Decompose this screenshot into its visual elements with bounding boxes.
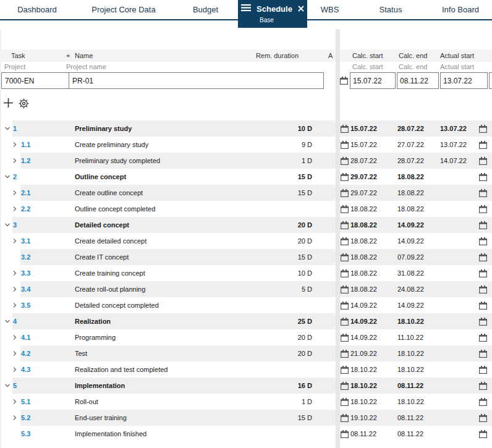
task-number[interactable]: 1.1	[21, 137, 30, 153]
calendar-icon[interactable]	[479, 382, 487, 390]
calendar-icon[interactable]	[479, 237, 487, 245]
calendar-icon[interactable]	[479, 334, 487, 342]
calendar-icon[interactable]	[479, 302, 487, 310]
task-name[interactable]: Roll-out	[75, 394, 98, 410]
close-icon[interactable]	[298, 4, 304, 14]
tab-schedule[interactable]: ScheduleBase	[238, 0, 307, 28]
settings-gear-icon[interactable]	[18, 98, 30, 110]
calendar-icon[interactable]	[341, 302, 349, 310]
task-name[interactable]: Create IT concept	[75, 249, 129, 265]
expand-icon[interactable]	[12, 334, 18, 340]
calendar-icon[interactable]	[341, 398, 349, 406]
calendar-icon[interactable]	[479, 205, 487, 213]
expand-icon[interactable]	[12, 415, 18, 421]
task-name[interactable]: Create training concept	[75, 265, 145, 281]
expand-icon[interactable]	[12, 302, 18, 308]
task-number[interactable]: 3.1	[21, 233, 30, 249]
project-name-input[interactable]	[69, 73, 323, 88]
task-number[interactable]: 1.2	[21, 153, 30, 169]
calendar-icon[interactable]	[479, 253, 487, 261]
calendar-icon[interactable]	[341, 366, 349, 374]
column-header-name[interactable]: Name	[75, 49, 93, 62]
menu-icon[interactable]	[241, 4, 251, 14]
calendar-icon[interactable]	[341, 237, 349, 245]
task-number[interactable]: 5.2	[21, 410, 30, 426]
column-header-rem-duration[interactable]: Rem. duration	[256, 49, 299, 62]
collapse-icon[interactable]	[4, 382, 11, 389]
expand-icon[interactable]	[12, 238, 18, 244]
task-number[interactable]: 3.2	[21, 249, 30, 265]
task-name[interactable]: Realization	[75, 313, 111, 329]
column-header-calc-end[interactable]: Calc. end	[399, 49, 427, 62]
calendar-icon[interactable]	[479, 285, 487, 294]
calendar-icon[interactable]	[341, 205, 349, 213]
task-name[interactable]: Realization and test completed	[75, 361, 168, 378]
calendar-icon[interactable]	[479, 398, 487, 406]
task-number[interactable]: 4.1	[21, 329, 30, 345]
calendar-icon[interactable]	[341, 430, 349, 438]
calendar-icon[interactable]	[479, 189, 487, 197]
column-header-a[interactable]: A	[328, 49, 333, 62]
calendar-icon[interactable]	[479, 430, 487, 438]
calendar-icon[interactable]	[341, 414, 349, 422]
tab-status[interactable]: Status	[352, 0, 429, 19]
calendar-icon[interactable]	[479, 221, 487, 229]
task-name[interactable]: End-user training	[75, 410, 127, 426]
tab-dashboard[interactable]: Dashboard	[0, 0, 74, 19]
task-name[interactable]: Create outline concept	[75, 185, 143, 201]
task-name[interactable]: Detailed concept completed	[75, 297, 159, 313]
expand-icon[interactable]	[12, 286, 18, 292]
calendar-icon[interactable]	[341, 382, 349, 390]
calendar-icon[interactable]	[341, 350, 349, 358]
task-number[interactable]: 5.3	[21, 426, 30, 442]
collapse-icon[interactable]	[4, 174, 11, 180]
calendar-icon[interactable]	[479, 318, 487, 326]
calendar-icon[interactable]	[341, 125, 349, 133]
calendar-icon[interactable]	[341, 189, 349, 197]
calendar-icon[interactable]	[341, 285, 349, 294]
calendar-icon[interactable]	[479, 141, 487, 149]
tab-info-board[interactable]: Info Board	[429, 0, 492, 19]
task-number[interactable]: 2.2	[21, 201, 30, 217]
task-name[interactable]: Create detailed concept	[75, 233, 146, 249]
project-actual-start-input[interactable]	[440, 72, 488, 89]
expand-icon[interactable]	[12, 270, 18, 276]
calendar-icon[interactable]	[341, 141, 349, 149]
task-name[interactable]: Outline concept	[75, 169, 126, 185]
tab-budget[interactable]: Budget	[173, 0, 238, 19]
calendar-icon[interactable]	[341, 173, 349, 181]
calendar-icon[interactable]	[341, 221, 349, 229]
task-name[interactable]: Test	[75, 345, 87, 361]
calendar-icon[interactable]	[341, 157, 349, 165]
collapse-icon[interactable]	[4, 318, 11, 324]
calendar-icon[interactable]	[479, 366, 487, 374]
task-number[interactable]: 3.3	[21, 265, 30, 281]
project-id-input[interactable]	[2, 73, 69, 88]
collapse-icon[interactable]	[4, 222, 11, 228]
expand-icon[interactable]	[12, 190, 18, 196]
expand-icon[interactable]	[12, 206, 18, 212]
task-name[interactable]: Create preliminary study	[75, 137, 148, 153]
project-calc-end-input[interactable]	[397, 72, 439, 89]
task-number[interactable]: 5.1	[21, 394, 30, 410]
task-number[interactable]: 3	[13, 217, 17, 233]
task-name[interactable]: Outline concept completed	[75, 201, 155, 217]
column-header-calc-start[interactable]: Calc. start	[352, 49, 383, 62]
task-name[interactable]: Create roll-out planning	[75, 281, 145, 297]
calendar-icon[interactable]	[479, 125, 487, 133]
task-number[interactable]: 4.2	[21, 345, 30, 361]
calendar-icon[interactable]	[479, 157, 487, 165]
expand-icon[interactable]	[12, 350, 18, 357]
calendar-icon[interactable]	[341, 318, 349, 326]
column-header-task[interactable]: Task	[11, 49, 25, 62]
task-name[interactable]: Preliminary study completed	[75, 153, 160, 169]
task-number[interactable]: 3.5	[21, 297, 30, 313]
calendar-icon[interactable]	[479, 414, 487, 422]
task-number[interactable]: 5	[13, 378, 17, 394]
task-name[interactable]: Detailed concept	[75, 217, 129, 233]
task-name[interactable]: Implementation finished	[75, 426, 146, 442]
add-column-icon[interactable]: +	[66, 49, 70, 62]
task-number[interactable]: 1	[13, 120, 17, 137]
calendar-icon[interactable]	[341, 334, 349, 342]
task-number[interactable]: 2.1	[21, 185, 30, 201]
